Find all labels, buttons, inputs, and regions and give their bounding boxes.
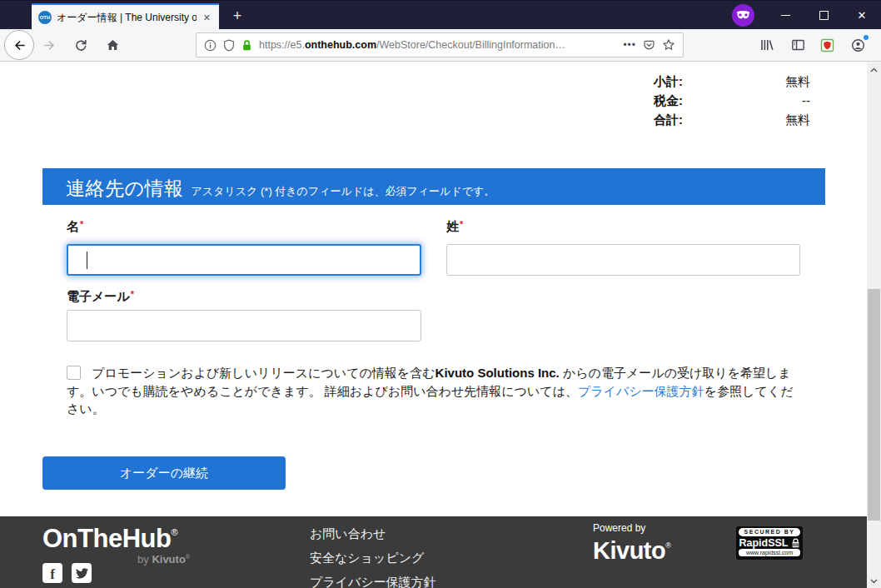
social-icons: f — [42, 563, 92, 583]
first-name-input[interactable] — [67, 244, 421, 276]
required-asterisk: * — [131, 289, 134, 299]
continue-order-button[interactable]: オーダーの継続 — [42, 456, 286, 490]
powered-by-kivuto: Powered by Kivuto® — [593, 522, 670, 563]
window-controls: ✕ — [732, 1, 881, 30]
twitter-icon — [76, 568, 88, 579]
new-tab-button[interactable]: + — [226, 7, 248, 27]
library-button[interactable] — [755, 33, 779, 57]
library-icon — [759, 38, 774, 52]
summary-row-total: 合計: 無料 — [654, 110, 810, 129]
byline-prefix: by — [137, 553, 152, 566]
padlock-icon — [791, 538, 800, 548]
byline-brand: Kivuto — [152, 553, 185, 566]
required-asterisk: * — [80, 219, 83, 229]
badge-secured-by: SECURED BY — [739, 528, 800, 536]
registered-mark: ® — [171, 527, 177, 537]
email-input[interactable] — [67, 310, 421, 341]
text-caret — [87, 252, 87, 269]
url-domain: onthehub.com — [305, 39, 376, 51]
contact-link[interactable]: お問い合わせ — [310, 526, 436, 542]
page-content: 小計: 無料 税金: -- 合計: 無料 連絡先の情報 アスタリスク (*) 付… — [0, 62, 867, 588]
forward-button — [37, 33, 61, 57]
registered-mark: ® — [186, 554, 190, 560]
last-name-input[interactable] — [446, 244, 800, 276]
sidebar-button[interactable] — [786, 33, 809, 57]
tax-label: 税金: — [654, 91, 683, 110]
forward-arrow-icon — [42, 38, 57, 52]
email-label: 電子メール* — [67, 289, 134, 305]
consent-text-before: プロモーションおよび新しいリリースについての情報を含む — [92, 366, 435, 380]
pocket-icon[interactable] — [643, 39, 655, 52]
secure-lock-icon[interactable] — [241, 39, 252, 52]
first-name-label-text: 名 — [67, 219, 79, 233]
footer-links: お問い合わせ 安全なショッピング プライバシー保護方針 — [310, 526, 436, 588]
minimize-button[interactable] — [766, 1, 804, 30]
reload-icon — [74, 38, 87, 52]
reload-button[interactable] — [69, 33, 92, 57]
account-notification-dot — [864, 35, 869, 40]
tax-value: -- — [683, 91, 810, 110]
first-name-label: 名* — [67, 219, 83, 235]
badge-brand: RapidSSL — [739, 537, 788, 549]
summary-row-subtotal: 小計: 無料 — [654, 72, 810, 91]
required-asterisk: * — [460, 219, 463, 229]
privacy-policy-footer-link[interactable]: プライバシー保護方針 — [310, 574, 436, 588]
privacy-policy-link[interactable]: プライバシー保護方針 — [578, 384, 704, 398]
section-subtitle: アスタリスク (*) 付きのフィールドは、必須フィールドです。 — [192, 184, 495, 199]
scrollbar-thumb[interactable] — [868, 289, 880, 521]
sidebar-icon — [791, 38, 805, 52]
maximize-button[interactable] — [804, 1, 843, 30]
titlebar: OTH オーダー情報 | The University of T ✕ + ✕ — [0, 0, 881, 29]
account-button[interactable] — [846, 33, 869, 57]
rapidssl-badge[interactable]: SECURED BY RapidSSL www.rapidssl.com — [736, 526, 803, 560]
scroll-up-icon[interactable] — [867, 62, 881, 77]
consent-company: Kivuto Solutions Inc. — [436, 366, 560, 380]
total-value: 無料 — [683, 110, 810, 129]
order-summary: 小計: 無料 税金: -- 合計: 無料 — [654, 72, 810, 129]
url-path: /WebStore/Checkout/BillingInformation… — [376, 39, 565, 51]
navigation-toolbar: https://e5.onthehub.com/WebStore/Checkou… — [0, 29, 881, 62]
powered-by-label: Powered by — [593, 522, 670, 534]
url-text[interactable]: https://e5.onthehub.com/WebStore/Checkou… — [259, 39, 616, 51]
home-button[interactable] — [101, 33, 124, 57]
extension-icon[interactable] — [815, 33, 839, 57]
promo-consent-checkbox[interactable] — [67, 366, 81, 380]
badge-url: www.rapidssl.com — [739, 549, 800, 556]
vertical-scrollbar[interactable] — [867, 62, 881, 588]
onthehub-logo-text: OnTheHub — [42, 524, 171, 553]
twitter-button[interactable] — [72, 563, 92, 583]
kivuto-logo-text: Kivuto — [593, 537, 665, 564]
page-info-icon[interactable] — [204, 39, 217, 52]
onthehub-logo: OnTheHub® — [42, 524, 177, 554]
summary-row-tax: 税金: -- — [654, 91, 810, 110]
home-icon — [106, 38, 120, 52]
page-actions-icon[interactable]: ••• — [623, 39, 636, 51]
footer: OnTheHub® by Kivuto® f お問い合わせ 安全なショッピング … — [0, 516, 867, 588]
tab-title: オーダー情報 | The University of T — [57, 11, 197, 25]
facebook-icon: f — [50, 567, 55, 581]
total-label: 合計: — [654, 110, 683, 129]
subtotal-value: 無料 — [683, 72, 810, 91]
facebook-button[interactable]: f — [42, 563, 62, 583]
tracking-protection-shield-icon[interactable] — [223, 39, 235, 52]
last-name-label-text: 姓 — [446, 219, 459, 233]
scroll-down-icon[interactable] — [867, 574, 881, 588]
secure-shopping-link[interactable]: 安全なショッピング — [310, 550, 436, 566]
back-button[interactable] — [4, 30, 34, 60]
promo-consent: プロモーションおよび新しいリリースについての情報を含むKivuto Soluti… — [67, 364, 794, 418]
section-header: 連絡先の情報 アスタリスク (*) 付きのフィールドは、必須フィールドです。 — [42, 168, 825, 205]
subtotal-label: 小計: — [654, 72, 683, 91]
browser-window: OTH オーダー情報 | The University of T ✕ + ✕ — [0, 0, 881, 588]
section-title: 連絡先の情報 — [66, 176, 184, 202]
back-arrow-icon — [12, 38, 27, 52]
browser-tab[interactable]: OTH オーダー情報 | The University of T ✕ — [32, 3, 219, 30]
tab-close-icon[interactable]: ✕ — [202, 12, 212, 24]
bookmark-star-icon[interactable] — [662, 38, 675, 52]
registered-mark: ® — [665, 541, 670, 550]
close-button[interactable]: ✕ — [843, 1, 881, 30]
url-prefix: https://e5. — [259, 39, 305, 51]
kivuto-logo: Kivuto® — [593, 534, 670, 563]
site-favicon-icon: OTH — [38, 11, 52, 24]
private-browsing-mask-icon — [732, 4, 754, 27]
url-bar[interactable]: https://e5.onthehub.com/WebStore/Checkou… — [196, 32, 684, 57]
